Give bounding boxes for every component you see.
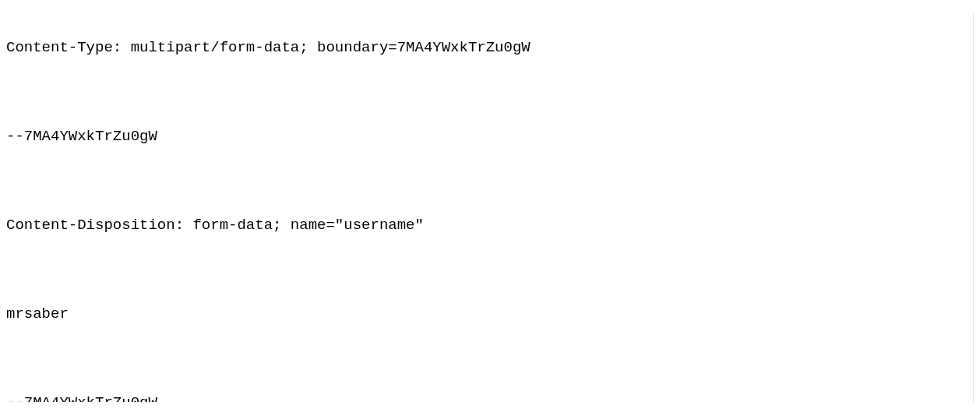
code-line: --7MA4YWxkTrZu0gW	[6, 392, 973, 403]
code-line	[6, 81, 973, 104]
code-line: mrsaber	[6, 303, 973, 326]
code-line: --7MA4YWxkTrZu0gW	[6, 125, 973, 148]
code-line: Content-Type: multipart/form-data; bound…	[6, 37, 973, 59]
code-line: Content-Disposition: form-data; name="us…	[6, 214, 973, 237]
code-line	[6, 259, 973, 281]
code-line	[6, 347, 973, 370]
code-block: Content-Type: multipart/form-data; bound…	[6, 14, 974, 402]
code-line	[6, 170, 973, 192]
